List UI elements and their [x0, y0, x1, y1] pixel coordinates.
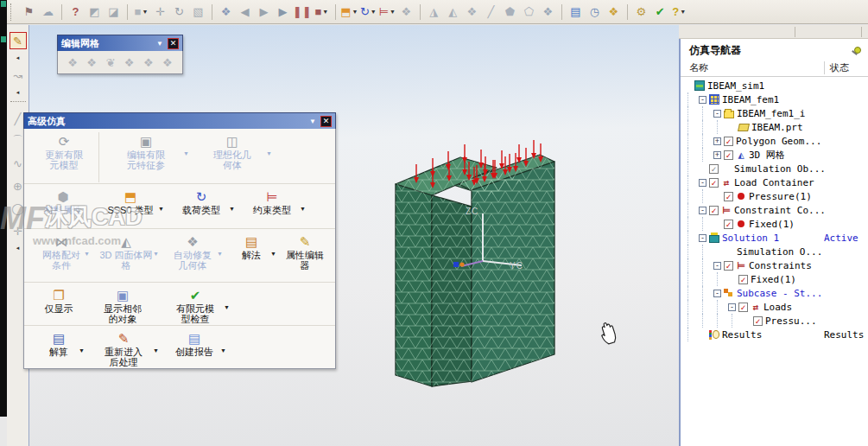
edit-mesh-tool-1-icon[interactable]: ❖: [67, 56, 78, 69]
tree-row[interactable]: ✓Simulation Ob...: [681, 162, 868, 175]
edit-mesh-tool-4-icon[interactable]: ❖: [124, 56, 135, 69]
box-view-icon[interactable]: ▧: [189, 3, 207, 22]
help-question-icon[interactable]: ?: [67, 3, 85, 22]
mesh-op-5-icon[interactable]: ⬠: [520, 3, 538, 22]
chevron-down-icon[interactable]: ▼: [220, 346, 226, 356]
tree-row[interactable]: -✓⊨Constraints: [681, 258, 868, 272]
expand-icon[interactable]: +: [713, 137, 721, 145]
chevron-down-icon[interactable]: ▼: [229, 204, 235, 214]
tree-item-label[interactable]: Constraints: [749, 260, 812, 271]
visibility-checkbox[interactable]: ✓: [724, 192, 733, 201]
tree-item-label[interactable]: 3D 网格: [749, 149, 785, 162]
next-frame-icon[interactable]: ▶: [255, 3, 273, 22]
material-properties-button[interactable]: ⬢材料属性: [31, 188, 95, 215]
toolbar-grip[interactable]: [10, 101, 26, 105]
tree-row[interactable]: +✓◭3D 网格: [681, 148, 868, 162]
chevron-down-icon[interactable]: ▼: [84, 249, 90, 259]
attribute-editor-button[interactable]: ✎属性编辑器: [278, 233, 332, 271]
tree-item-label[interactable]: IBEAM_sim1: [707, 80, 764, 92]
tree-row[interactable]: -Subcase - St...: [681, 286, 868, 300]
show-adjacent-objects-button[interactable]: ▣显示相邻的对象: [86, 286, 159, 324]
mesh-mating-condition-button[interactable]: ⋈▼网格配对条件: [31, 233, 92, 271]
chevron-down-icon[interactable]: ▼: [224, 303, 230, 313]
chevron-down-icon[interactable]: ▼: [390, 9, 396, 15]
chevron-down-icon[interactable]: ▼: [371, 9, 377, 15]
chevron-down-icon[interactable]: ▼: [79, 346, 85, 356]
rotation-load-icon[interactable]: ↻▼: [359, 3, 377, 22]
visibility-checkbox[interactable]: ✓: [709, 178, 719, 188]
edit-mesh-tool-2-icon[interactable]: ❖: [86, 56, 97, 69]
tree-item-label[interactable]: IBEAM_fem1_i: [737, 108, 805, 119]
pause-icon[interactable]: ❚❚: [293, 3, 312, 22]
tree-item-label[interactable]: Loads: [763, 302, 792, 313]
tree-row[interactable]: -IBEAM_fem1_i: [681, 106, 868, 120]
tree-item-label[interactable]: Simulation Ob...: [734, 163, 826, 175]
edit-fe-feature-params-button[interactable]: ▣▼编辑有限元特征参: [101, 132, 191, 170]
tree-item-label[interactable]: IBEAM.prt: [751, 122, 803, 133]
reenter-postprocessing-button[interactable]: ✎▼重新进入后处理: [86, 329, 161, 367]
collapse-icon[interactable]: -: [728, 303, 736, 311]
fit-view-icon[interactable]: ✛: [151, 3, 169, 22]
visibility-checkbox[interactable]: ✓: [724, 150, 733, 160]
collapse-icon[interactable]: -: [699, 96, 706, 104]
chevron-down-icon[interactable]: ▼: [183, 149, 189, 159]
visibility-checkbox[interactable]: ✓: [753, 316, 763, 326]
visibility-checkbox[interactable]: ✓: [738, 275, 748, 284]
chevron-down-icon[interactable]: ▼: [217, 249, 223, 259]
tree-row[interactable]: ✓Pressu...: [681, 314, 868, 328]
pin-icon[interactable]: [851, 46, 861, 56]
constraint-type-button[interactable]: ⊨▼约束类型: [237, 188, 307, 215]
chevron-down-icon[interactable]: ▼: [153, 346, 159, 356]
cloud-icon[interactable]: ☁: [39, 3, 57, 22]
rotate-view-icon[interactable]: ↻: [170, 3, 188, 22]
visibility-checkbox[interactable]: ✓: [709, 164, 719, 174]
tree-row[interactable]: -✓⇄Load Container: [681, 175, 868, 189]
load-type-button[interactable]: ↻▼载荷类型: [166, 188, 237, 215]
tools-gear-icon[interactable]: ⚙: [632, 3, 650, 22]
history-clock-icon[interactable]: ◷: [586, 3, 604, 22]
tree-item-label[interactable]: Pressu...: [765, 315, 817, 327]
tree-item-label[interactable]: Pressure(1): [749, 191, 812, 202]
visibility-checkbox[interactable]: ✓: [724, 220, 733, 229]
tree-row[interactable]: +✓Polygon Geom...: [681, 134, 868, 148]
mesh-op-3-icon[interactable]: ❖: [463, 3, 481, 22]
tet-mesh-3d-button[interactable]: ◭▼3D 四面体网格: [92, 233, 161, 271]
chevron-down-icon[interactable]: ▼: [270, 249, 276, 259]
edit-mesh-tool-5-icon[interactable]: ❖: [143, 56, 154, 69]
collapse-icon[interactable]: -: [699, 207, 706, 214]
tree-item-label[interactable]: IBEAM_fem1: [722, 94, 779, 105]
mesh-tool-icon[interactable]: ❖: [397, 3, 415, 22]
auto-heal-geometry-button[interactable]: ❖▼自动修复几何体: [161, 233, 225, 271]
collapse-icon[interactable]: -: [713, 290, 721, 297]
show-only-button[interactable]: ❐仅显示: [31, 286, 86, 314]
close-icon[interactable]: ✕: [320, 116, 332, 127]
tree-item-label[interactable]: Polygon Geom...: [736, 136, 821, 147]
tree-row[interactable]: IBEAM.prt: [681, 120, 868, 134]
load-type-icon[interactable]: ⬒▼: [340, 3, 358, 22]
chevron-down-icon[interactable]: ▼: [156, 40, 163, 48]
mesh-op-1-icon[interactable]: ◮: [425, 3, 443, 22]
flyout-arrow-icon[interactable]: ◂: [16, 245, 20, 252]
tree-item-label[interactable]: Fixed(1): [751, 274, 796, 285]
visibility-checkbox[interactable]: ✓: [709, 206, 719, 215]
edit-mesh-titlebar[interactable]: 编辑网格 ▼ ✕: [57, 35, 183, 51]
chevron-down-icon[interactable]: ▼: [153, 249, 159, 259]
idealize-geometry-button[interactable]: ◫▼理想化几何体: [191, 132, 274, 170]
stop-icon[interactable]: ■▼: [313, 3, 331, 22]
chevron-down-icon[interactable]: ▼: [352, 9, 358, 15]
tree-row[interactable]: -✓⊨Constraint Co...: [681, 203, 868, 217]
column-header-name[interactable]: 名称: [689, 61, 824, 74]
display-mode-icon[interactable]: ■▼: [132, 3, 150, 22]
customize-icon[interactable]: ❖: [605, 3, 623, 22]
tree-row[interactable]: ✓Fixed(1): [681, 217, 868, 231]
chevron-down-icon[interactable]: ▼: [680, 9, 686, 15]
tree-row[interactable]: ✓Pressure(1): [681, 189, 868, 203]
tree-item-label[interactable]: Results: [722, 329, 762, 341]
tree-item-label[interactable]: Fixed(1): [749, 219, 795, 230]
help-menu-icon[interactable]: ?▼: [670, 3, 688, 22]
report-folder-icon[interactable]: ▤: [567, 3, 585, 22]
flyout-arrow-icon[interactable]: ◂: [16, 89, 20, 96]
visibility-checkbox[interactable]: ✓: [738, 303, 748, 312]
solution-method-button[interactable]: ▤▼解法: [225, 233, 278, 260]
finish-check-icon[interactable]: ✔: [651, 3, 669, 22]
